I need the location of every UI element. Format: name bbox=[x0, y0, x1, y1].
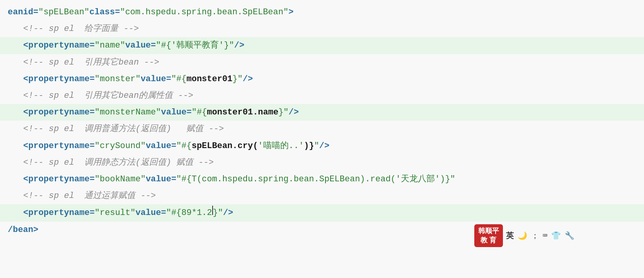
code-token: "monster" bbox=[95, 72, 141, 86]
code-token: '天龙八部' bbox=[396, 172, 440, 186]
code-token: "crySound" bbox=[95, 139, 146, 153]
code-token: /> bbox=[289, 106, 299, 119]
code-line-10: <!-- sp el 调用静态方法(返回值) 赋值 --> bbox=[0, 154, 644, 171]
code-token: <property bbox=[23, 39, 69, 52]
code-line-9: <property name= "crySound" value= "#{spE… bbox=[0, 138, 644, 154]
code-token: value= bbox=[135, 206, 166, 220]
code-token: monster01.name bbox=[207, 106, 278, 119]
comment-token: <!-- sp el 给字面量 --> bbox=[23, 22, 139, 36]
wrench-icon[interactable]: 🔧 bbox=[565, 231, 574, 240]
code-line-3: <property name= "name" value= "#{'韩顺平教育'… bbox=[0, 37, 644, 54]
code-token: }" bbox=[232, 72, 242, 86]
code-token: }" bbox=[224, 39, 234, 52]
toolbar-icons: 英 🌙 ； ⌨ 👕 🔧 bbox=[506, 230, 574, 241]
code-token: /> bbox=[234, 39, 244, 52]
code-token: "#{ bbox=[156, 39, 171, 52]
code-token: name= bbox=[69, 72, 95, 86]
code-line-8: <!-- sp el 调用普通方法(返回值) 赋值 --> bbox=[0, 121, 644, 137]
code-token: "com.hspedu.spring.bean.SpELBean" bbox=[120, 5, 288, 19]
code-line-12: <!-- sp el 通过运算赋值 --> bbox=[0, 188, 644, 204]
code-token: value= bbox=[146, 139, 176, 153]
code-line-6: <!-- sp el 引用其它bean的属性值 --> bbox=[0, 87, 644, 104]
code-line-5: <property name= "monster" value= "#{mons… bbox=[0, 71, 644, 87]
code-token: /> bbox=[223, 206, 233, 220]
code-token: }" bbox=[278, 106, 288, 119]
code-token: "#{ bbox=[171, 72, 187, 86]
code-token: "#{T(com.hspedu.spring.bean.SpELBean).re… bbox=[176, 172, 396, 186]
code-line-1: ean id= "spELBean" class= "com.hspedu.sp… bbox=[0, 4, 644, 20]
code-token: <property bbox=[23, 172, 69, 186]
comment-token: <!-- sp el 引用其它bean --> bbox=[23, 56, 159, 69]
code-token: ean bbox=[8, 5, 23, 19]
code-token: <property bbox=[23, 139, 69, 153]
lang-label[interactable]: 英 bbox=[506, 230, 514, 241]
code-token: " bbox=[450, 172, 455, 186]
code-line-7: <property name= "monsterName" value= "#{… bbox=[0, 104, 644, 121]
comment-token: <!-- sp el 调用普通方法(返回值) 赋值 --> bbox=[23, 122, 224, 136]
code-token: " bbox=[314, 139, 319, 153]
code-token: '韩顺平教育' bbox=[171, 39, 224, 52]
toolbar-overlay: 韩顺平 教 育 英 🌙 ； ⌨ 👕 🔧 bbox=[474, 224, 574, 247]
code-token: name= bbox=[69, 39, 95, 52]
code-line-11: <property name= "bookName" value= "#{T(c… bbox=[0, 171, 644, 188]
code-line-13: <property name= "result" value= "#{89*1.… bbox=[0, 204, 644, 221]
code-token: )} bbox=[304, 139, 314, 153]
code-token: /bean> bbox=[8, 223, 38, 237]
code-token: spELBean.cry( bbox=[192, 139, 258, 153]
code-token: value= bbox=[161, 106, 191, 119]
code-token: /> bbox=[243, 72, 253, 86]
code-token: name= bbox=[69, 139, 95, 153]
code-token: value= bbox=[125, 39, 156, 52]
comment-token: <!-- sp el 通过运算赋值 --> bbox=[23, 189, 156, 203]
code-token: /> bbox=[319, 139, 329, 153]
code-token: value= bbox=[141, 72, 171, 86]
brand-badge[interactable]: 韩顺平 教 育 bbox=[474, 224, 503, 247]
code-token: > bbox=[288, 5, 293, 19]
code-token: id= bbox=[23, 5, 39, 19]
code-token: "#{ bbox=[176, 139, 192, 153]
code-token: "bookName" bbox=[95, 172, 146, 186]
code-token: "spELBean" bbox=[38, 5, 89, 19]
code-token: }" bbox=[213, 206, 223, 220]
code-token: "#{89*1.2 bbox=[166, 206, 212, 220]
code-line-2: <!-- sp el 给字面量 --> bbox=[0, 20, 644, 37]
shirt-icon[interactable]: 👕 bbox=[551, 231, 561, 240]
code-token: value= bbox=[146, 172, 176, 186]
code-token: monster01 bbox=[187, 72, 233, 86]
code-token: <property bbox=[23, 72, 69, 86]
code-token: class= bbox=[89, 5, 120, 19]
code-line-4: <!-- sp el 引用其它bean --> bbox=[0, 54, 644, 71]
brand-line1: 韩顺平 bbox=[478, 227, 499, 235]
moon-icon[interactable]: 🌙 bbox=[518, 231, 527, 240]
code-token: '喵喵的..' bbox=[258, 139, 304, 153]
keyboard-icon[interactable]: ⌨ bbox=[543, 231, 547, 240]
code-token: name= bbox=[69, 206, 95, 220]
code-token: "monsterName" bbox=[95, 106, 161, 119]
code-token: name= bbox=[69, 106, 95, 119]
code-token: "name" bbox=[95, 39, 125, 52]
semicolon-icon[interactable]: ； bbox=[531, 230, 539, 241]
comment-token: <!-- sp el 调用静态方法(返回值) 赋值 --> bbox=[23, 156, 214, 169]
brand-line2: 教 育 bbox=[480, 236, 496, 244]
comment-token: <!-- sp el 引用其它bean的属性值 --> bbox=[23, 89, 193, 102]
code-token: )} bbox=[440, 172, 450, 186]
code-token: <property bbox=[23, 206, 69, 220]
code-editor: ean id= "spELBean" class= "com.hspedu.sp… bbox=[0, 0, 644, 278]
code-token: "#{ bbox=[192, 106, 207, 119]
code-token: "result" bbox=[95, 206, 136, 220]
code-token: name= bbox=[69, 172, 95, 186]
code-token: <property bbox=[23, 106, 69, 119]
